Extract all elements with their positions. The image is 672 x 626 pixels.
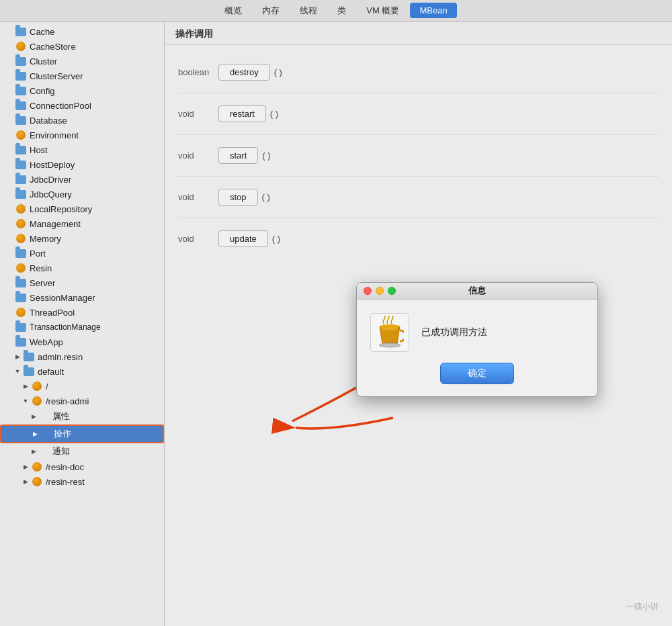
sidebar-item-webapp[interactable]: WebApp [0,334,164,349]
close-button[interactable] [364,287,372,295]
sidebar-item-management[interactable]: Management [0,216,164,231]
sidebar-item-label: Environment [30,130,79,140]
minimize-button[interactable] [376,287,384,295]
sidebar-item-label: / [46,382,48,392]
folder-icon [15,71,26,81]
none-icon [40,446,49,457]
tab-vm[interactable]: VM 概要 [357,2,409,19]
tab-class[interactable]: 类 [328,2,355,19]
start-button[interactable]: start [218,147,258,164]
tab-thread[interactable]: 线程 [290,2,327,19]
collapse-icon: ▼ [22,398,30,404]
sidebar-item-config[interactable]: Config [0,83,164,98]
operations-area: boolean destroy ( ) void restart ( ) voi… [165,45,672,266]
update-parens: ( ) [272,234,280,244]
sidebar-item-cachestore[interactable]: CacheStore [0,39,164,54]
operation-row-update: void update ( ) [178,218,659,259]
sidebar-item-environment[interactable]: Environment [0,128,164,142]
sidebar-item-label: admin.resin [38,352,83,362]
sidebar-item-port[interactable]: Port [0,246,164,261]
maximize-button[interactable] [388,287,396,295]
sidebar-item-caozuo[interactable]: ▶ 操作 [0,424,164,443]
sidebar-item-label: /resin-doc [46,462,84,472]
restart-parens: ( ) [270,109,278,119]
dialog-body: 已成功调用方法 [357,300,597,363]
expand-icon: ▶ [22,383,30,390]
tab-memory[interactable]: 内存 [253,2,289,19]
tab-overview[interactable]: 概览 [215,2,251,19]
none-icon [41,429,50,439]
destroy-button[interactable]: destroy [218,64,270,81]
expand-icon: ▶ [30,448,38,455]
sidebar-item-server[interactable]: Server [0,275,164,290]
sidebar-item-label: default [38,367,64,377]
none-icon [40,411,49,422]
sidebar-item-resin-doc[interactable]: ▶ /resin-doc [0,459,164,474]
sidebar[interactable]: Cache CacheStore Cluster ClusterServer C… [0,21,165,626]
folder-icon [15,144,26,155]
info-dialog[interactable]: 信息 [356,282,598,397]
sidebar-item-resin[interactable]: Resin [0,261,164,275]
folder-icon [15,26,26,37]
folder-icon [15,322,26,332]
bean-icon [15,41,26,52]
folder-icon [15,56,26,66]
sidebar-item-shuxing[interactable]: ▶ 属性 [0,408,164,424]
svg-point-4 [382,328,398,330]
sidebar-item-slash[interactable]: ▶ / [0,379,164,394]
svg-point-5 [379,343,401,347]
sidebar-item-label: CacheStore [30,42,76,52]
restart-button[interactable]: restart [218,105,266,122]
folder-icon [15,292,26,303]
bean-icon [15,218,26,229]
sidebar-item-label: WebApp [30,337,63,347]
sidebar-item-connectionpool[interactable]: ConnectionPool [0,98,164,113]
return-type-stop: void [178,192,218,202]
sidebar-item-resin-rest[interactable]: ▶ /resin-rest [0,474,164,489]
sidebar-item-jdbcquery[interactable]: JdbcQuery [0,187,164,202]
expand-icon: ▶ [22,463,30,470]
sidebar-item-tongzhi[interactable]: ▶ 通知 [0,443,164,459]
folder-icon [15,85,26,96]
sidebar-item-localrepository[interactable]: LocalRepository [0,202,164,216]
sidebar-item-admin-resin[interactable]: ▶ admin.resin [0,349,164,364]
stop-button[interactable]: stop [218,189,258,206]
sidebar-item-host[interactable]: Host [0,142,164,157]
sidebar-item-clusterserver[interactable]: ClusterServer [0,69,164,83]
sidebar-item-memory[interactable]: Memory [0,231,164,246]
section-title: 操作调用 [165,21,672,45]
collapse-icon: ▼ [13,368,22,375]
confirm-button[interactable]: 确定 [440,363,514,384]
operation-row-stop: void stop ( ) [178,177,659,218]
update-button[interactable]: update [218,230,268,247]
sidebar-item-hostdeploy[interactable]: HostDeploy [0,157,164,172]
sidebar-item-threadpool[interactable]: ThreadPool [0,305,164,320]
sidebar-item-label: Memory [30,234,61,244]
operation-row-destroy: boolean destroy ( ) [178,52,659,93]
folder-icon [15,159,26,170]
sidebar-item-label: Resin [30,263,52,273]
sidebar-item-sessionmanager[interactable]: SessionManager [0,290,164,305]
sidebar-item-label: Database [30,116,67,126]
folder-icon [24,351,34,362]
sidebar-item-label: Server [30,278,55,288]
destroy-parens: ( ) [274,67,282,77]
sidebar-item-cache[interactable]: Cache [0,24,164,39]
sidebar-item-resin-admin[interactable]: ▼ /resin-admi [0,394,164,408]
dialog-footer: 确定 [357,363,597,396]
sidebar-item-label: /resin-admi [46,396,89,406]
folder-icon [15,115,26,126]
sidebar-item-jdbcdriver[interactable]: JdbcDriver [0,172,164,187]
sidebar-item-default[interactable]: ▼ default [0,364,164,379]
start-parens: ( ) [262,150,270,161]
sidebar-item-cluster[interactable]: Cluster [0,54,164,69]
tab-mbean[interactable]: MBean [410,3,456,18]
bean-icon [15,263,26,273]
sidebar-item-database[interactable]: Database [0,113,164,128]
expand-icon: ▶ [30,413,38,420]
sidebar-item-label: ClusterServer [30,71,83,81]
tab-bar: 概览 内存 线程 类 VM 概要 MBean [0,0,672,21]
sidebar-item-transactionmanage[interactable]: TransactionManage [0,320,164,334]
bean-icon [32,381,42,392]
dialog-titlebar: 信息 [357,283,597,300]
